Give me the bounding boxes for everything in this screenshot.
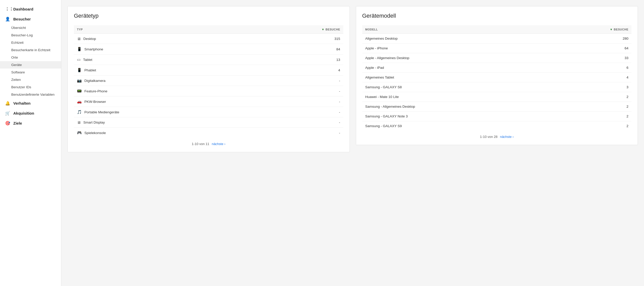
device-type-label: Smartphone [84, 47, 103, 51]
col-typ-header: TYP [74, 25, 252, 34]
table-row[interactable]: Apple - iPad 6 [362, 63, 632, 73]
geraetemodell-table: MODELL ▼BESUCHE Allgemeines Desktop 280 … [362, 25, 632, 131]
sidebar-item-echtzeit[interactable]: Echtzeit [0, 39, 61, 46]
model-visits-cell: 64 [549, 43, 631, 53]
device-visits-cell: 315 [252, 34, 343, 44]
device-type-cell: 🎵 Portable Mediengeräte [74, 107, 252, 117]
device-visits-cell: 84 [252, 44, 343, 54]
gamepad-icon: 🎮 [77, 130, 82, 135]
model-visits-cell: 4 [549, 73, 631, 82]
table-row[interactable]: Samsung - GALAXY S8 3 [362, 82, 632, 92]
table-row[interactable]: 🎮 Spielekonsole - [74, 128, 343, 138]
sidebar-item-besucher-log[interactable]: Besucher-Log [0, 31, 61, 39]
sidebar-section-akquisition[interactable]: 🛒 Akquisition [0, 108, 61, 118]
model-name-cell: Apple - iPad [362, 63, 549, 73]
sidebar-item-geraete[interactable]: Geräte [0, 61, 61, 69]
device-type-cell: 📟 Feature-Phone [74, 86, 252, 96]
feature-phone-icon: 📟 [77, 89, 82, 93]
table-row[interactable]: ▭ Tablet 13 [74, 54, 343, 65]
model-name-cell: Samsung - GALAXY S9 [362, 121, 549, 131]
table-row[interactable]: 📱 Smartphone 84 [74, 44, 343, 54]
table-row[interactable]: 🚗 PKW-Browser - [74, 96, 343, 107]
table-row[interactable]: Samsung - GALAXY S9 2 [362, 121, 632, 131]
car-icon: 🚗 [77, 99, 82, 104]
sidebar-section-ziele[interactable]: 🎯 Ziele [0, 118, 61, 128]
device-type-cell: 🖥 Desktop [74, 34, 252, 44]
device-type-label: Portable Mediengeräte [84, 110, 119, 114]
model-name-cell: Huawei - Mate 10 Lite [362, 92, 549, 102]
sidebar-item-benutzerdefinierte[interactable]: Benutzerdefinierte Variablen [0, 91, 61, 98]
display-icon: 🖥 [77, 120, 81, 125]
sidebar-section-besucher[interactable]: 👤 Besucher [0, 14, 61, 24]
sidebar-item-benutzer-ids[interactable]: Benutzer IDs [0, 83, 61, 91]
model-name-cell: Allgemeines Desktop [362, 34, 549, 43]
table-row[interactable]: 🎵 Portable Mediengeräte - [74, 107, 343, 117]
table-row[interactable]: Allgemeines Tablet 4 [362, 73, 632, 82]
phablet-icon: 📱 [77, 68, 82, 72]
table-row[interactable]: Allgemeines Desktop 280 [362, 34, 632, 43]
device-visits-cell: - [252, 107, 343, 117]
sort-desc-icon-2: ▼ [610, 28, 613, 31]
model-name-cell: Allgemeines Tablet [362, 73, 549, 82]
device-type-cell: 🚗 PKW-Browser [74, 96, 252, 107]
tablet-icon: ▭ [77, 57, 81, 62]
model-visits-cell: 3 [549, 82, 631, 92]
model-visits-cell: 6 [549, 63, 631, 73]
model-visits-cell: 2 [549, 121, 631, 131]
device-type-label: Digitalkamera [84, 79, 106, 83]
geraetetyp-table: TYP ▼BESUCHE 🖥 Desktop 315 📱 [74, 25, 343, 138]
col-modell-besuche-header[interactable]: ▼BESUCHE [549, 25, 631, 34]
sidebar-item-zeiten[interactable]: Zeiten [0, 76, 61, 83]
geraetetyp-pagination: 1-10 von 11 nächste › [74, 138, 343, 148]
bell-icon: 🔔 [5, 101, 10, 106]
smartphone-icon: 📱 [77, 47, 82, 51]
table-row[interactable]: Samsung - Allgemeines Desktop 2 [362, 102, 632, 112]
model-name-cell: Samsung - GALAXY Note 3 [362, 112, 549, 121]
device-type-label: Feature-Phone [84, 89, 107, 93]
table-row[interactable]: Apple - iPhone 64 [362, 43, 632, 53]
col-modell-header: MODELL [362, 25, 549, 34]
device-type-label: Phablet [84, 68, 96, 72]
device-type-cell: 📱 Smartphone [74, 44, 252, 54]
model-name-cell: Samsung - Allgemeines Desktop [362, 102, 549, 112]
model-visits-cell: 2 [549, 102, 631, 112]
device-type-cell: ▭ Tablet [74, 54, 252, 65]
geraetemodell-next-link[interactable]: nächste › [500, 135, 514, 139]
model-name-cell: Samsung - GALAXY S8 [362, 82, 549, 92]
sidebar-item-dashboard[interactable]: ⋮⋮ Dashboard [0, 4, 61, 14]
sidebar-item-besucherkarte[interactable]: Besucherkarte in Echtzeit [0, 46, 61, 54]
device-type-label: Tablet [83, 58, 92, 62]
music-icon: 🎵 [77, 110, 82, 114]
table-row[interactable]: Huawei - Mate 10 Lite 2 [362, 92, 632, 102]
table-row[interactable]: 🖥 Desktop 315 [74, 34, 343, 44]
grid-icon: ⋮⋮ [5, 7, 10, 12]
geraetemodell-pagination: 1-10 von 28 nächste › [362, 131, 632, 141]
table-row[interactable]: 📟 Feature-Phone - [74, 86, 343, 96]
table-row[interactable]: 🖥 Smart Display - [74, 117, 343, 128]
device-visits-cell: - [252, 128, 343, 138]
geraetemodell-page-info: 1-10 von 28 [480, 135, 498, 139]
device-type-cell: 🖥 Smart Display [74, 117, 252, 128]
sidebar-item-uebersicht[interactable]: Übersicht [0, 24, 61, 31]
col-besuche-header[interactable]: ▼BESUCHE [252, 25, 343, 34]
device-type-label: Spielekonsole [84, 131, 106, 135]
table-row[interactable]: 📷 Digitalkamera - [74, 75, 343, 86]
device-type-cell: 📷 Digitalkamera [74, 75, 252, 86]
target-icon: 🎯 [5, 121, 10, 126]
main-content: Gerätetyp TYP ▼BESUCHE 🖥 Desktop [61, 0, 644, 286]
sidebar-section-verhalten[interactable]: 🔔 Verhalten [0, 98, 61, 108]
model-visits-cell: 33 [549, 53, 631, 63]
sidebar-item-orte[interactable]: Orte [0, 54, 61, 61]
table-row[interactable]: Apple - Allgemeines Desktop 33 [362, 53, 632, 63]
model-visits-cell: 280 [549, 34, 631, 43]
sidebar-item-software[interactable]: Software [0, 69, 61, 76]
table-row[interactable]: Samsung - GALAXY Note 3 2 [362, 112, 632, 121]
device-visits-cell: - [252, 117, 343, 128]
sort-desc-icon: ▼ [322, 28, 324, 31]
geraetetyp-page-info: 1-10 von 11 [192, 142, 209, 146]
geraetemodell-title: Gerätemodell [362, 13, 632, 19]
geraetetyp-title: Gerätetyp [74, 13, 343, 19]
geraetetyp-next-link[interactable]: nächste › [212, 142, 225, 146]
geraetemodell-card: Gerätemodell MODELL ▼BESUCHE Allgemeines… [356, 6, 638, 145]
table-row[interactable]: 📱 Phablet 4 [74, 65, 343, 75]
